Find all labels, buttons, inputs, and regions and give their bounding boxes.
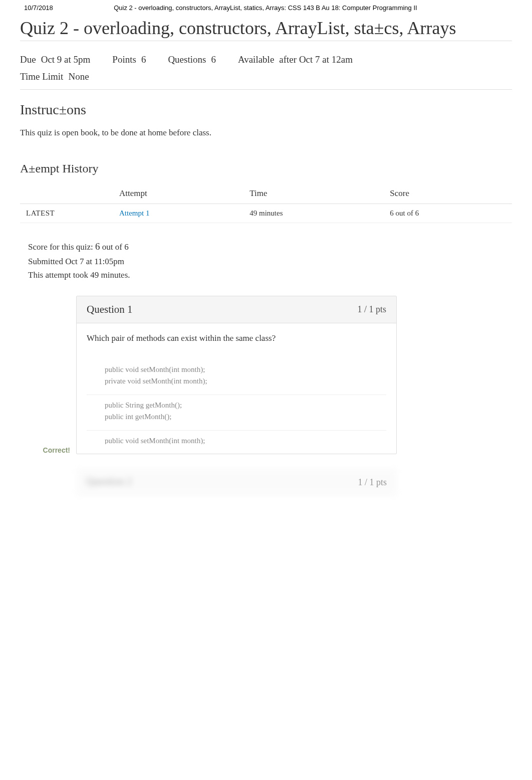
took-line: This attempt took 49 minutes. [28, 268, 512, 282]
attempt-history-title: A±empt History [20, 162, 512, 175]
question-body [76, 495, 397, 525]
meta-points-label: Points [112, 51, 136, 68]
score-label: Score for this quiz: [28, 242, 95, 252]
question-sidebar [20, 468, 76, 619]
question-points: 1 / 1 pts [357, 304, 386, 315]
meta-due: Due Oct 9 at 5pm [20, 51, 90, 68]
question-container: Correct! Question 1 1 / 1 pts Which pair… [20, 296, 512, 454]
page-title: Quiz 2 - overloading, constructors, Arra… [20, 18, 512, 41]
question-container-blurred: 1 / 1 pts Question 2 [20, 468, 512, 619]
col-blank [20, 183, 115, 204]
meta-due-label: Due [20, 51, 36, 68]
question-text: Which pair of methods can exist within t… [87, 333, 386, 343]
attempt-history-table: Attempt Time Score LATEST Attempt 1 49 m… [20, 183, 512, 223]
meta-questions-label: Questions [168, 51, 206, 68]
answer-line: private void setMonth(int month); [105, 377, 386, 385]
question-box: Question 1 1 / 1 pts Which pair of metho… [76, 296, 397, 454]
instructions-body: This quiz is open book, to be done at ho… [20, 128, 512, 138]
attempt-time: 49 minutes [245, 204, 386, 223]
question-box: 1 / 1 pts Question 2 [76, 468, 397, 619]
question-sidebar: Correct! [20, 296, 76, 454]
question-header: Question 2 [76, 468, 397, 495]
answer-line: public void setMonth(int month); [105, 365, 386, 374]
meta-available-value: after Oct 7 at 12am [279, 51, 353, 68]
answer-line: public void setMonth(int month); [105, 437, 386, 444]
attempt-link[interactable]: Attempt 1 [119, 209, 149, 217]
meta-timelimit-value: None [68, 68, 89, 85]
meta-points: Points 6 [112, 51, 146, 68]
quiz-meta: Due Oct 9 at 5pm Points 6 Questions 6 Av… [20, 47, 512, 90]
latest-badge: LATEST [20, 204, 115, 223]
question-title: Question 1 [87, 303, 133, 316]
meta-points-value: 6 [141, 51, 146, 68]
table-row: LATEST Attempt 1 49 minutes 6 out of 6 [20, 204, 512, 223]
col-attempt: Attempt [115, 183, 245, 204]
answer-option: public String getMonth(); public int get… [87, 395, 386, 430]
submitted-line: Submitted Oct 7 at 11:05pm [28, 255, 512, 268]
answer-option: public void setMonth(int month); private… [87, 359, 386, 395]
answer-line: public int getMonth(); [105, 413, 386, 421]
meta-timelimit: Time Limit None [20, 68, 89, 85]
instructions-title: Instruc±ons [20, 102, 512, 118]
question-header: Question 1 1 / 1 pts [77, 296, 396, 323]
print-date: 10/7/2018 [24, 4, 53, 12]
question-title: Question 2 [86, 475, 132, 488]
print-header: 10/7/2018 Quiz 2 - overloading, construc… [0, 0, 532, 14]
col-score: Score [386, 183, 512, 204]
meta-available: Available after Oct 7 at 12am [238, 51, 353, 68]
meta-questions-value: 6 [211, 51, 216, 68]
score-summary: Score for this quiz: 6 out of 6 Submitte… [20, 239, 512, 282]
score-value: 6 [95, 241, 100, 252]
score-suffix: out of 6 [102, 242, 129, 252]
print-breadcrumb: Quiz 2 - overloading, constructors, Arra… [53, 4, 478, 12]
answer-option: public void setMonth(int month); [87, 430, 386, 444]
answer-line: public String getMonth(); [105, 401, 386, 410]
meta-timelimit-label: Time Limit [20, 68, 63, 85]
meta-available-label: Available [238, 51, 274, 68]
meta-questions: Questions 6 [168, 51, 216, 68]
meta-due-value: Oct 9 at 5pm [41, 51, 91, 68]
attempt-score: 6 out of 6 [386, 204, 512, 223]
correct-badge: Correct! [20, 446, 76, 454]
col-time: Time [245, 183, 386, 204]
question-body: Which pair of methods can exist within t… [77, 323, 396, 447]
